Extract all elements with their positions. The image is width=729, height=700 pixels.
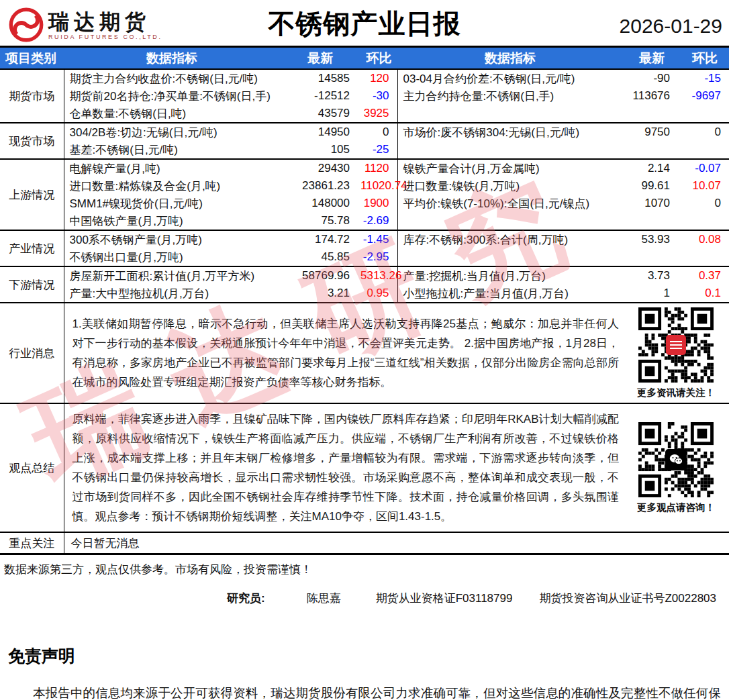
latest-right: 9750 <box>623 123 681 141</box>
change-left: -2.69 <box>360 212 397 230</box>
opinion-summary-qr-caption: 更多观点请咨询！ <box>623 501 729 514</box>
change-left: 1900 <box>360 195 397 212</box>
change-right: 10.07 <box>681 177 729 195</box>
indicator-right <box>397 248 623 266</box>
change-left: -25 <box>360 141 397 159</box>
latest-right: -90 <box>623 69 681 87</box>
researcher-label: 研究员: <box>227 591 265 606</box>
latest-left: 45.85 <box>280 248 360 266</box>
latest-left: -12512 <box>280 87 360 105</box>
change-right: 0 <box>681 123 729 141</box>
indicator-left: 电解镍产量(月,吨) <box>64 159 280 177</box>
latest-left: 174.72 <box>280 230 360 248</box>
opinion-summary-cell: 原料端，菲律宾逐步进入雨季，且镍矿品味下降，国内镍铁厂原料库存趋紧；印尼明年RK… <box>64 403 729 532</box>
indicator-right: 平均价:镍铁(7-10%):全国(日,元/镍点) <box>397 195 623 212</box>
daily-data-table: 项目类别 数据指标 最新 环比 数据指标 最新 环比 期货市场期货主力合约收盘价… <box>0 46 729 555</box>
col-header-change-right: 环比 <box>681 47 729 70</box>
latest-left: 29430 <box>280 159 360 177</box>
report-header: 瑞达期货 RUIDA FUTURES CO.,LTD. 不锈钢产业日报 2026… <box>0 0 729 46</box>
indicator-left: 300系不锈钢产量(月,万吨) <box>64 230 280 248</box>
col-header-indicator-left: 数据指标 <box>64 47 280 70</box>
key-focus-row: 重点关注今日暂无消息 <box>0 532 729 554</box>
latest-right <box>623 212 681 230</box>
latest-left: 58769.96 <box>280 266 360 285</box>
change-left: 3925 <box>360 105 397 123</box>
table-row: 期货前20名持仓:净买单量:不锈钢(日,手)-12512-30主力合约持仓量:不… <box>0 87 729 105</box>
col-header-latest-right: 最新 <box>623 47 681 70</box>
industry-news-text: 1.美联储如期暂停降息，暗示不急行动，但美联储主席人选沃勒支持再降25基点；鲍威… <box>72 314 620 392</box>
indicator-left: 不锈钢出口量(月,万吨) <box>64 248 280 266</box>
col-header-indicator-right: 数据指标 <box>397 47 623 70</box>
category-label: 重点关注 <box>0 532 64 554</box>
table-row: 现货市场304/2B卷:切边:无锡(日,元/吨)149500市场价:废不锈钢30… <box>0 123 729 141</box>
latest-right: 3.73 <box>623 266 681 285</box>
indicator-right: 市场价:废不锈钢304:无锡(日,元/吨) <box>397 123 623 141</box>
opinion-summary-text: 原料端，菲律宾逐步进入雨季，且镍矿品味下降，国内镍铁厂原料库存趋紧；印尼明年RK… <box>72 409 620 526</box>
latest-right: 53.93 <box>623 230 681 248</box>
researcher-name: 陈思嘉 <box>307 591 341 606</box>
change-left: 1120 <box>360 159 397 177</box>
opinion-summary-qr-code <box>638 422 714 497</box>
disclaimer-text: 本报告中的信息均来源于公开可获得资料，瑞达期货股份有限公司力求准确可靠，但对这些… <box>8 683 721 700</box>
change-right <box>681 141 729 159</box>
change-left: 0 <box>360 123 397 141</box>
latest-right: 113676 <box>623 87 681 105</box>
source-note: 数据来源第三方，观点仅供参考。市场有风险，投资需谨慎！ <box>4 562 729 577</box>
change-left: 120 <box>360 69 397 87</box>
latest-left: 75.78 <box>280 212 360 230</box>
indicator-left: 房屋新开工面积:累计值(月,万平方米) <box>64 266 280 285</box>
category-label: 现货市场 <box>0 123 64 159</box>
col-header-change-left: 环比 <box>360 47 397 70</box>
indicator-right <box>397 105 623 123</box>
change-right: 0.08 <box>681 230 729 248</box>
table-row: 产业情况300系不锈钢产量(月,万吨)174.72-1.45库存:不锈钢:300… <box>0 230 729 248</box>
change-right <box>681 105 729 123</box>
table-row: 上游情况电解镍产量(月,吨)294301120镍铁产量合计(月,万金属吨)2.1… <box>0 159 729 177</box>
industry-news-qr-caption: 更多资讯请关注！ <box>623 387 729 399</box>
wechat-icon <box>665 449 687 470</box>
report-date: 2026-01-29 <box>620 15 722 38</box>
indicator-right <box>397 141 623 159</box>
latest-right: 1 <box>623 285 681 303</box>
category-label: 观点总结 <box>0 403 64 532</box>
latest-right <box>623 141 681 159</box>
latest-left: 43579 <box>280 105 360 123</box>
change-right <box>681 212 729 230</box>
change-right <box>681 248 729 266</box>
indicator-right: 主力合约持仓量:不锈钢(日,手) <box>397 87 623 105</box>
table-row: 基差:不锈钢(日,元/吨)105-25 <box>0 141 729 159</box>
indicator-left: 仓单数量:不锈钢(日,吨) <box>64 105 280 123</box>
indicator-right: 进口数量:镍铁(月,万吨) <box>397 177 623 195</box>
key-focus-text: 今日暂无消息 <box>64 532 729 554</box>
change-left: -2.95 <box>360 248 397 266</box>
latest-right: 1070 <box>623 195 681 212</box>
table-row: 不锈钢出口量(月,万吨)45.85-2.95 <box>0 248 729 266</box>
table-row: 期货市场期货主力合约收盘价:不锈钢(日,元/吨)1458512003-04月合约… <box>0 69 729 87</box>
indicator-left: 基差:不锈钢(日,元/吨) <box>64 141 280 159</box>
col-header-category: 项目类别 <box>0 47 64 70</box>
table-row: 仓单数量:不锈钢(日,吨)435793925 <box>0 105 729 123</box>
change-right: -0.07 <box>681 159 729 177</box>
latest-right <box>623 248 681 266</box>
industry-news-row: 行业消息1.美联储如期暂停降息，暗示不急行动，但美联储主席人选沃勒支持再降25基… <box>0 303 729 403</box>
change-left: -30 <box>360 87 397 105</box>
col-header-latest-left: 最新 <box>280 47 360 70</box>
indicator-right: 镍铁产量合计(月,万金属吨) <box>397 159 623 177</box>
category-label: 上游情况 <box>0 159 64 230</box>
indicator-left: 中国铬铁产量(月,万吨) <box>64 212 280 230</box>
table-header-row: 项目类别 数据指标 最新 环比 数据指标 最新 环比 <box>0 47 729 70</box>
latest-right: 2.14 <box>623 159 681 177</box>
change-right: -15 <box>681 69 729 87</box>
category-label: 产业情况 <box>0 230 64 266</box>
indicator-right <box>397 212 623 230</box>
indicator-right: 库存:不锈钢:300系:合计(周,万吨) <box>397 230 623 248</box>
table-row: 中国铬铁产量(月,万吨)75.78-2.69 <box>0 212 729 230</box>
latest-right <box>623 105 681 123</box>
latest-right: 99.61 <box>623 177 681 195</box>
change-left: 0.95 <box>360 285 397 303</box>
table-row: 进口数量:精炼镍及合金(月,吨)23861.2311020.74进口数量:镍铁(… <box>0 177 729 195</box>
change-right: 0.37 <box>681 266 729 285</box>
table-row: 产量:大中型拖拉机(月,万台)3.210.95小型拖拉机:产量:当月值(月,万台… <box>0 285 729 303</box>
indicator-right: 小型拖拉机:产量:当月值(月,万台) <box>397 285 623 303</box>
researcher-line: 研究员: 陈思嘉 期货从业资格证F03118799 期货投资咨询从业证书号Z00… <box>227 591 729 606</box>
